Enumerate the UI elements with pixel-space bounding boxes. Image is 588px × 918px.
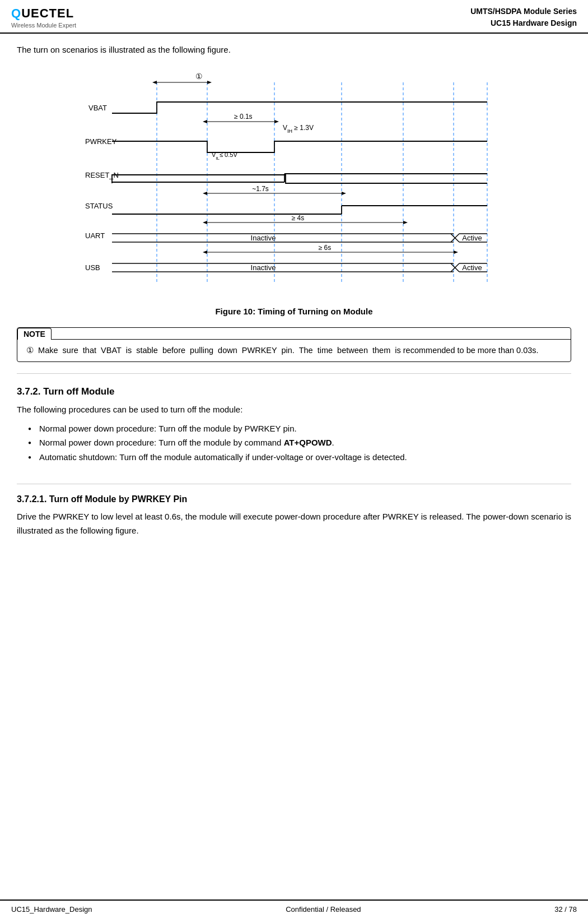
usb-label: USB <box>85 263 100 272</box>
svg-marker-11 <box>203 120 207 123</box>
logo-sub: Wireless Module Expert <box>11 22 76 29</box>
timing-diagram: ① VBAT ≥ 0.1s VIH ≥ 1.3V PWRKEY VIL≤ 0.5… <box>17 66 571 301</box>
logo-text: QUECTEL <box>11 6 74 21</box>
footer-left: UC15_Hardware_Design <box>11 905 92 914</box>
vih-label: VIH ≥ 1.3V <box>283 124 314 134</box>
usb-active-label: Active <box>462 263 482 272</box>
section-372-intro: The following procedures can be used to … <box>17 403 571 417</box>
uart-active-label: Active <box>462 234 482 242</box>
uart-inactive-label: Inactive <box>251 234 276 242</box>
footer-center: Confidential / Released <box>286 905 361 914</box>
note-item-1: ① Make sure that VBAT is stable before p… <box>26 344 562 357</box>
step-annotation: ① <box>195 72 203 81</box>
vil-label: VIL≤ 0.5V <box>212 151 237 161</box>
note-label: NOTE <box>17 328 52 340</box>
svg-marker-17 <box>203 192 207 195</box>
svg-marker-18 <box>342 192 346 195</box>
t3-label: ≥ 4s <box>292 214 305 222</box>
main-content: The turn on scenarios is illustrated as … <box>0 34 588 554</box>
page-header: QUECTEL Wireless Module Expert UMTS/HSDP… <box>0 0 588 34</box>
svg-marker-32 <box>203 251 207 254</box>
diagram-svg: ① VBAT ≥ 0.1s VIH ≥ 1.3V PWRKEY VIL≤ 0.5… <box>84 66 504 301</box>
title-line1: UMTS/HSDPA Module Series <box>470 6 577 17</box>
intro-text: The turn on scenarios is illustrated as … <box>17 45 571 54</box>
section-3721-heading: 3.7.2.1. Turn off Module by PWRKEY Pin <box>17 494 571 504</box>
page-footer: UC15_Hardware_Design Confidential / Rele… <box>0 900 588 918</box>
svg-marker-24 <box>403 221 408 224</box>
title-line2: UC15 Hardware Design <box>470 17 577 29</box>
uart-label: UART <box>85 231 105 240</box>
svg-marker-8 <box>152 81 157 84</box>
note-content: ① Make sure that VBAT is stable before p… <box>17 340 571 361</box>
bullet-list: Normal power down procedure: Turn off th… <box>28 421 571 465</box>
footer-right: 32 / 78 <box>554 905 577 914</box>
figure-caption: Figure 10: Timing of Turning on Module <box>17 307 571 316</box>
t2-label: ~1.7s <box>252 185 269 193</box>
section-divider-2 <box>17 484 571 484</box>
svg-marker-12 <box>274 120 279 123</box>
header-title: UMTS/HSDPA Module Series UC15 Hardware D… <box>470 6 577 29</box>
section-3721-body: Drive the PWRKEY to low level at least 0… <box>17 510 571 538</box>
svg-marker-33 <box>454 251 458 254</box>
bullet-item-3: Automatic shutdown: Turn off the module … <box>28 450 571 465</box>
vbat-label: VBAT <box>88 104 107 112</box>
usb-inactive-label: Inactive <box>251 263 276 272</box>
bullet-item-2: Normal power down procedure: Turn off th… <box>28 435 571 450</box>
bullet-item-1: Normal power down procedure: Turn off th… <box>28 421 571 436</box>
section-372-heading: 3.7.2. Turn off Module <box>17 386 571 397</box>
svg-marker-23 <box>203 221 207 224</box>
status-label: STATUS <box>85 202 113 210</box>
t1-label: ≥ 0.1s <box>234 113 253 120</box>
logo-area: QUECTEL Wireless Module Expert <box>11 6 76 29</box>
section-divider <box>17 373 571 374</box>
svg-marker-9 <box>207 81 212 84</box>
note-box: NOTE ① Make sure that VBAT is stable bef… <box>17 327 571 362</box>
t4-label: ≥ 6s <box>319 244 332 252</box>
